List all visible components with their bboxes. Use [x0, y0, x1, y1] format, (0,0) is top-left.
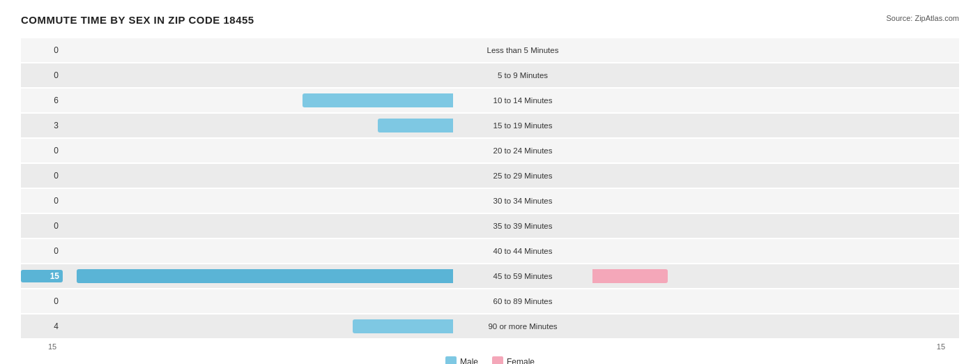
row-label: 15 to 19 Minutes [453, 121, 592, 130]
female-bar-container [592, 219, 980, 233]
row-label: 5 to 9 Minutes [453, 71, 592, 79]
bar-row: 0 25 to 29 Minutes 0 [21, 164, 959, 188]
chart-title: COMMUTE TIME BY SEX IN ZIP CODE 18455 [21, 14, 254, 26]
male-value: 0 [21, 45, 63, 55]
row-label: 25 to 29 Minutes [453, 172, 592, 180]
bar-row: 0 30 to 34 Minutes 0 [21, 189, 959, 213]
male-bar-container [63, 144, 453, 158]
male-bar-container [63, 43, 453, 57]
female-bar-container [592, 244, 980, 258]
female-bar-container [592, 294, 980, 308]
bar-row: 6 10 to 14 Minutes 0 [21, 89, 959, 112]
axis-row: 15 15 [21, 342, 959, 351]
male-bar-container [63, 319, 453, 333]
male-swatch [445, 356, 457, 364]
male-bar-container [63, 219, 453, 233]
male-value: 0 [21, 146, 63, 156]
legend-female-label: Female [507, 357, 535, 364]
male-bar-container [63, 244, 453, 258]
male-bar [77, 269, 453, 283]
female-bar-container [592, 194, 980, 208]
axis-left-label: 15 [21, 342, 61, 351]
bar-row: 0 20 to 24 Minutes 0 [21, 139, 959, 162]
male-value: 4 [21, 321, 63, 331]
male-value: 0 [21, 246, 63, 256]
male-bar-container [63, 68, 453, 82]
female-bar-container [592, 144, 980, 158]
male-bar [353, 319, 453, 333]
row-label: 90 or more Minutes [453, 322, 592, 331]
male-bar [378, 119, 453, 132]
male-value: 0 [21, 296, 63, 306]
male-bar-container [63, 119, 453, 132]
row-label: 35 to 39 Minutes [453, 222, 592, 230]
male-bar-container [63, 169, 453, 183]
legend-male: Male [445, 356, 478, 364]
bar-row: 15 45 to 59 Minutes 3 [21, 264, 959, 288]
male-value: 15 [21, 270, 63, 282]
bar-row: 0 40 to 44 Minutes 0 [21, 239, 959, 263]
legend-female: Female [492, 356, 535, 364]
female-bar-container [592, 93, 980, 107]
bar-row: 0 60 to 89 Minutes 0 [21, 289, 959, 313]
bar-row: 0 35 to 39 Minutes 0 [21, 214, 959, 238]
legend-row: Male Female [21, 356, 959, 364]
male-bar-container [63, 93, 453, 107]
bar-row: 3 15 to 19 Minutes 0 [21, 114, 959, 137]
male-bar-container [63, 294, 453, 308]
male-bar-container [63, 194, 453, 208]
row-label: 20 to 24 Minutes [453, 146, 592, 155]
male-value: 0 [21, 196, 63, 206]
male-value: 0 [21, 221, 63, 231]
female-bar-container [592, 319, 980, 333]
female-bar-container [592, 269, 980, 283]
female-swatch [492, 356, 503, 364]
source-label: Source: ZipAtlas.com [886, 14, 959, 22]
row-label: 30 to 34 Minutes [453, 197, 592, 205]
male-bar [303, 93, 453, 107]
bar-row: 0 Less than 5 Minutes 0 [21, 38, 959, 62]
axis-right-label: 15 [933, 342, 959, 351]
female-bar-container [592, 43, 980, 57]
female-bar-container [592, 68, 980, 82]
row-label: Less than 5 Minutes [453, 46, 592, 54]
row-label: 45 to 59 Minutes [453, 272, 592, 280]
male-value: 0 [21, 171, 63, 181]
row-label: 10 to 14 Minutes [453, 96, 592, 105]
row-label: 40 to 44 Minutes [453, 247, 592, 255]
male-value: 0 [21, 70, 63, 80]
male-value: 6 [21, 96, 63, 105]
female-bar [592, 269, 668, 283]
row-label: 60 to 89 Minutes [453, 297, 592, 305]
male-bar-container [63, 269, 453, 283]
female-bar-container [592, 119, 980, 132]
chart-area: 0 Less than 5 Minutes 0 0 5 to 9 Minutes… [21, 38, 959, 364]
bar-row: 4 90 or more Minutes 0 [21, 314, 959, 338]
legend-male-label: Male [460, 357, 478, 364]
bar-row: 0 5 to 9 Minutes 0 [21, 63, 959, 87]
male-value: 3 [21, 121, 63, 130]
female-bar-container [592, 169, 980, 183]
